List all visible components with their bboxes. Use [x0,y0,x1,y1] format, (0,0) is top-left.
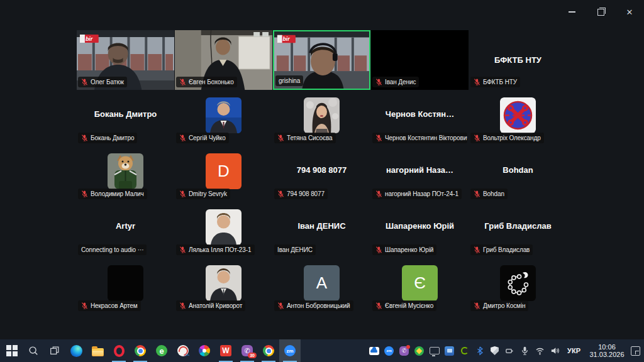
tray-graphics-panel-button[interactable] [444,346,455,356]
participant-name-label: Антон Бобровницький [274,300,353,311]
tray-display-button[interactable] [429,346,440,356]
muted-mic-icon [474,79,480,85]
taskbar-zoom-button[interactable]: zm [279,339,301,362]
taskbar-start-button[interactable] [1,339,23,362]
participant-tile[interactable]: нагорний Наза…нагорний Назар ПОт-24-1 [371,149,469,202]
taskbar-photos-button[interactable] [194,339,215,362]
close-button[interactable]: ✕ [615,0,644,24]
participant-tile[interactable]: Лялька Ілля ПОт-23-1 [175,205,272,258]
participant-tile[interactable]: Чернов Костян…Чернов Костянтин Вікторови… [371,93,469,146]
participant-tile[interactable]: 794 908 8077794 908 8077 [273,149,370,202]
restore-button[interactable] [586,0,615,24]
display-settings-icon [430,347,440,354]
muted-mic-icon [81,190,88,197]
participant-tile[interactable]: Іван Денис [371,30,469,90]
minimize-button[interactable] [557,0,586,24]
participant-tile[interactable]: DDmitry Sevryk [175,149,272,202]
participant-tile[interactable]: Некрасов Артем [77,261,174,314]
participant-tile[interactable]: Іван ДЕНИСІван ДЕНИС [273,205,370,258]
participant-name-label: Connecting to audio ··· [78,244,147,255]
tray-onedrive-button[interactable] [369,346,379,356]
participant-name-text: Володимир Малич [91,190,144,197]
participant-name-text: Гриб Владислав [483,246,530,253]
wps-office-icon: W [220,345,231,356]
taskbar-edge-button[interactable] [65,339,87,362]
taskbar-apps: eW✆30zm [0,339,301,362]
participant-avatar: A [304,265,340,301]
notifications-icon[interactable] [631,346,640,356]
participant-tile[interactable]: birОлег Батюк [77,30,174,90]
muted-mic-icon [375,190,382,197]
taskbar-green-browser-button[interactable]: e [151,339,172,362]
taskbar-task-view-button[interactable] [44,339,65,362]
green-browser-icon: e [156,345,167,356]
viber-badge: 30 [248,353,257,358]
muted-mic-icon [179,302,186,309]
participant-name-text: Некрасов Артем [91,302,138,309]
clock[interactable]: 10:06 31.03.2026 [587,343,626,358]
participant-name-text: Олег Батюк [91,79,124,85]
tray-volume-button[interactable] [550,346,560,356]
participant-tile[interactable]: birgrishina [273,30,370,90]
participant-name-label: Євгеній Мусієнко [372,300,436,311]
participant-tile[interactable]: ЄЄвгеній Мусієнко [371,261,469,314]
muted-mic-icon [474,134,480,141]
tray-nvidia-button[interactable] [459,346,470,356]
participant-tile[interactable]: Тетяна Сисоєва [273,93,370,146]
bluetooth-icon [475,346,484,356]
participant-name-label: нагорний Назар ПОт-24-1 [372,189,462,199]
tray-viber-button[interactable]: ✆ [399,346,409,356]
taskbar-wps-office-button[interactable]: W [215,339,236,362]
participant-tile[interactable]: Володимир Малич [77,149,174,202]
tray-zoom-button[interactable]: zm [384,346,394,356]
muted-mic-icon [179,246,186,253]
participant-tile[interactable]: Дмитро Космін [469,261,567,314]
participant-tile[interactable]: AАнтон Бобровницький [273,261,370,314]
participant-tile[interactable]: BohdanBohdan [469,149,567,202]
taskbar-chrome-button[interactable] [130,339,151,362]
taskbar-chrome-2-button[interactable] [258,339,279,362]
participant-tile[interactable]: Гриб ВладиславГриб Владислав [469,205,567,258]
participant-display-name: Artyr [77,221,174,231]
tray-security-warning-button[interactable] [489,346,500,356]
participant-tile[interactable]: Бокань ДмитроБокань Дмитро [77,93,174,146]
participant-name-text: Лялька Ілля ПОт-23-1 [189,246,252,253]
participant-tile[interactable]: Вольтріх Олександр [469,93,567,146]
avatar-initial: D [206,153,242,189]
participant-display-name: Гриб Владислав [469,221,567,231]
taskbar-snipping-tool-button[interactable] [172,339,194,362]
language-indicator[interactable]: УКР [565,347,583,354]
zoom-app-icon: zm [284,345,296,356]
participant-name-label: Тетяна Сисоєва [274,133,336,143]
participant-name-text: Тетяна Сисоєва [287,134,333,141]
viber-icon: ✆30 [242,345,253,356]
participant-avatar [206,97,242,133]
tray-microphone-button[interactable] [519,346,530,356]
participant-tile[interactable]: БФКТБ НТУБФКТБ НТУ [469,30,567,90]
taskbar-opera-button[interactable] [108,339,130,362]
participant-name-text: Антон Бобровницький [287,302,350,309]
participant-name-text: Євгеній Мусієнко [385,302,433,309]
titlebar: ✕ [0,0,644,25]
participant-tile[interactable]: Анатолій Криворот [175,261,272,314]
taskbar-file-explorer-button[interactable] [87,339,108,362]
tray-antivirus-button[interactable] [414,346,425,356]
muted-mic-icon [179,190,186,197]
participant-tile[interactable]: Шапаренко ЮрійШапаренко Юрій [371,205,469,258]
participant-avatar: D [206,153,242,189]
tray-power-button[interactable] [504,346,515,356]
taskbar-viber-button[interactable]: ✆30 [236,339,258,362]
tray-network-button[interactable] [535,346,545,356]
system-tray: zm✆ УКР 10:06 31.03.2026 [369,339,644,362]
taskbar-search-button[interactable] [23,339,44,362]
svg-text:bir: bir [86,36,93,42]
participant-display-name: Іван ДЕНИС [273,221,370,231]
snipping-tool-icon [177,345,189,356]
participant-tile[interactable]: ArtyrConnecting to audio ··· [77,205,174,258]
participant-name-label: Гриб Владислав [470,244,533,255]
participant-tile[interactable]: Євген Бохонько [175,30,272,90]
participant-display-name: 794 908 8077 [273,165,370,175]
participant-avatar [500,265,536,301]
participant-tile[interactable]: Сергій Чуйко [175,93,272,146]
tray-bluetooth-button[interactable] [474,346,485,356]
